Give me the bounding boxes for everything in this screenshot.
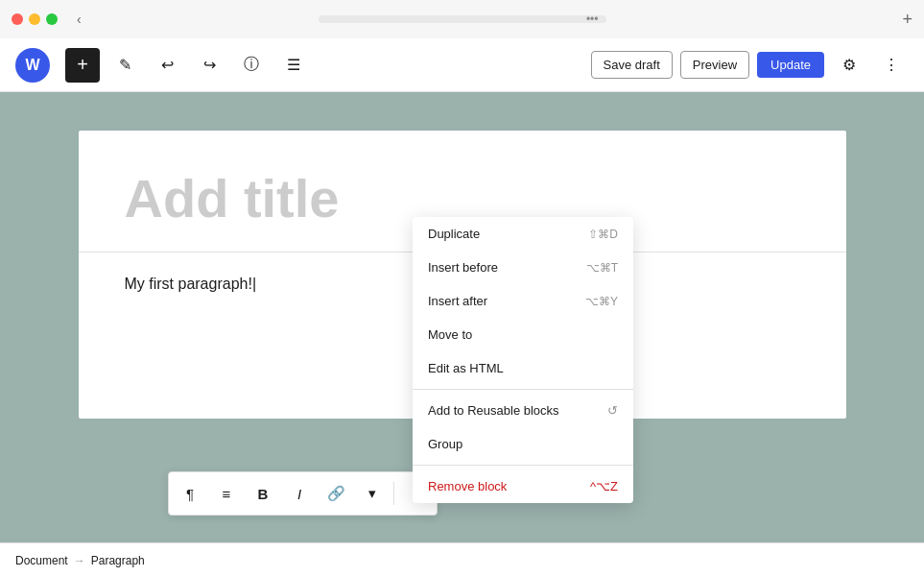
details-button[interactable]: ⓘ <box>234 48 269 83</box>
title-bar: ‹ ••• + <box>0 0 924 38</box>
toolbar-separator <box>393 482 394 505</box>
info-icon: ⓘ <box>244 55 259 75</box>
align-icon: ≡ <box>223 486 231 502</box>
save-draft-button[interactable]: Save draft <box>591 51 673 79</box>
breadcrumb-arrow-icon: → <box>74 554 85 567</box>
preview-button[interactable]: Preview <box>680 51 749 79</box>
gear-icon: ⚙ <box>842 56 856 74</box>
menu-divider-1 <box>413 389 633 390</box>
bold-button[interactable]: B <box>246 476 280 511</box>
menu-item-reusable[interactable]: Add to Reusable blocks ↺ <box>413 394 633 427</box>
maximize-button[interactable] <box>46 13 58 25</box>
menu-divider-2 <box>413 465 633 466</box>
url-bar[interactable]: ••• <box>319 15 606 23</box>
menu-item-label: Edit as HTML <box>428 361 504 375</box>
tools-button[interactable]: ✎ <box>107 48 142 83</box>
menu-item-group[interactable]: Group <box>413 427 633 461</box>
breadcrumb-paragraph[interactable]: Paragraph <box>91 554 145 567</box>
context-menu: Duplicate ⇧⌘D Insert before ⌥⌘T Insert a… <box>413 217 633 503</box>
tools-icon: ✎ <box>119 56 131 74</box>
menu-item-move-to[interactable]: Move to <box>413 318 633 351</box>
add-block-button[interactable]: + <box>65 48 100 83</box>
chevron-down-icon: ▾ <box>368 485 376 502</box>
link-icon: 🔗 <box>327 485 345 502</box>
menu-item-label: Insert before <box>428 260 498 275</box>
nav-arrows: ‹ <box>77 12 82 27</box>
list-view-button[interactable]: ☰ <box>276 48 311 83</box>
ellipsis-vertical-icon: ⋮ <box>884 56 899 74</box>
editor-area: Add title My first paragraph!| ¶ ≡ B I 🔗… <box>0 92 924 542</box>
back-arrow-icon[interactable]: ‹ <box>77 12 82 27</box>
menu-item-duplicate[interactable]: Duplicate ⇧⌘D <box>413 217 633 251</box>
menu-item-insert-before[interactable]: Insert before ⌥⌘T <box>413 251 633 284</box>
align-button[interactable]: ≡ <box>209 476 244 511</box>
plus-icon: + <box>77 54 88 76</box>
menu-item-shortcut: ⇧⌘D <box>588 228 618 241</box>
new-tab-button[interactable]: + <box>902 10 912 30</box>
traffic-lights <box>12 13 58 25</box>
paragraph-type-button[interactable]: ¶ <box>173 476 207 511</box>
menu-item-label: Move to <box>428 327 472 342</box>
block-toolbar: ¶ ≡ B I 🔗 ▾ ⋮ <box>168 471 438 516</box>
minimize-button[interactable] <box>29 13 40 25</box>
list-icon: ☰ <box>287 56 300 74</box>
menu-item-label: Duplicate <box>428 227 480 241</box>
italic-icon: I <box>297 486 301 502</box>
wp-toolbar: W + ✎ ↩ ↪ ⓘ ☰ Save draft Preview Update … <box>0 38 924 92</box>
bold-icon: B <box>258 486 269 502</box>
redo-icon: ↪ <box>203 56 216 74</box>
wp-logo-icon: W <box>25 57 39 74</box>
url-bar-dots-icon: ••• <box>586 12 599 26</box>
link-button[interactable]: 🔗 <box>319 476 353 511</box>
menu-item-shortcut: ^⌥Z <box>590 479 618 493</box>
menu-item-label: Add to Reusable blocks <box>428 403 559 418</box>
settings-button[interactable]: ⚙ <box>832 48 866 83</box>
breadcrumb-document[interactable]: Document <box>15 554 68 567</box>
menu-item-shortcut: ⌥⌘T <box>586 261 618 275</box>
menu-item-insert-after[interactable]: Insert after ⌥⌘Y <box>413 284 633 318</box>
undo-icon: ↩ <box>161 56 174 74</box>
wp-logo[interactable]: W <box>15 48 50 83</box>
menu-item-label: Insert after <box>428 294 487 308</box>
paragraph-icon: ¶ <box>186 486 194 502</box>
italic-button[interactable]: I <box>282 476 317 511</box>
undo-button[interactable]: ↩ <box>150 48 184 83</box>
update-button[interactable]: Update <box>757 52 824 78</box>
toolbar-right: Save draft Preview Update ⚙ ⋮ <box>591 48 909 83</box>
more-options-chevron[interactable]: ▾ <box>355 476 390 511</box>
menu-item-remove[interactable]: Remove block ^⌥Z <box>413 469 633 503</box>
menu-item-label: Group <box>428 437 462 451</box>
breadcrumb: Document → Paragraph <box>0 542 924 577</box>
menu-item-shortcut: ⌥⌘Y <box>585 295 618 308</box>
menu-item-label: Remove block <box>428 479 507 493</box>
reusable-icon: ↺ <box>607 403 618 418</box>
menu-item-edit-html[interactable]: Edit as HTML <box>413 351 633 385</box>
redo-button[interactable]: ↪ <box>192 48 226 83</box>
close-button[interactable] <box>12 13 23 25</box>
more-tools-button[interactable]: ⋮ <box>874 48 909 83</box>
